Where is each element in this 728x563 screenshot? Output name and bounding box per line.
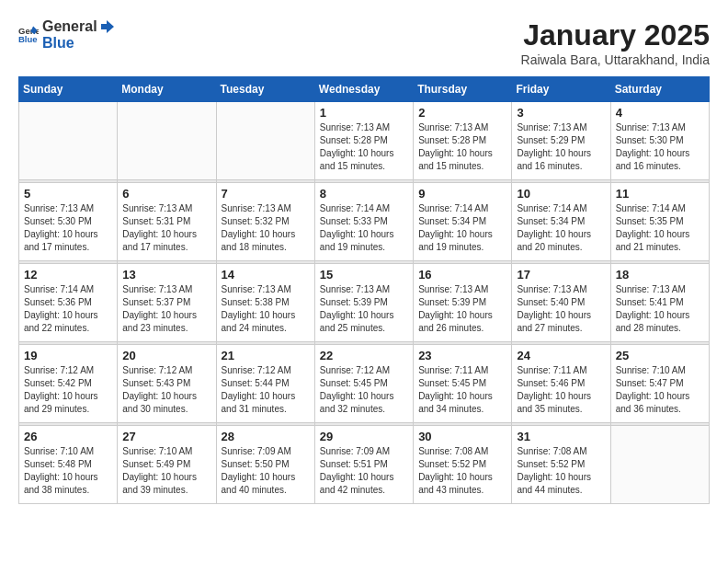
date-27: 27 [122, 430, 210, 443]
cell-info-31: Sunrise: 7:08 AMSunset: 5:52 PMDaylight:… [517, 445, 605, 497]
date-22: 22 [320, 349, 408, 362]
cell-info-1: Sunrise: 7:13 AMSunset: 5:28 PMDaylight:… [320, 121, 408, 173]
date-7: 7 [222, 187, 310, 201]
date-28: 28 [222, 430, 310, 443]
date-18: 18 [616, 268, 704, 282]
cell-w3-d4: 16Sunrise: 7:13 AMSunset: 5:39 PMDayligh… [414, 264, 512, 342]
cell-info-17: Sunrise: 7:13 AMSunset: 5:40 PMDaylight:… [517, 283, 605, 335]
date-12: 12 [24, 268, 112, 282]
cell-w2-d6: 11Sunrise: 7:14 AMSunset: 5:35 PMDayligh… [610, 183, 709, 261]
logo-blue-text: Blue [42, 35, 116, 52]
date-13: 13 [122, 268, 210, 282]
cell-info-25: Sunrise: 7:10 AMSunset: 5:47 PMDaylight:… [616, 364, 704, 416]
date-30: 30 [418, 430, 506, 443]
cell-w5-d2: 28Sunrise: 7:09 AMSunset: 5:50 PMDayligh… [216, 426, 314, 504]
date-31: 31 [517, 430, 605, 443]
cell-info-7: Sunrise: 7:13 AMSunset: 5:32 PMDaylight:… [222, 202, 310, 254]
date-29: 29 [320, 430, 408, 443]
week-row-5: 26Sunrise: 7:10 AMSunset: 5:48 PMDayligh… [19, 426, 710, 504]
cell-w4-d3: 22Sunrise: 7:12 AMSunset: 5:45 PMDayligh… [314, 345, 413, 423]
calendar-title: January 2025 [521, 18, 710, 52]
cell-info-23: Sunrise: 7:11 AMSunset: 5:45 PMDaylight:… [418, 364, 506, 416]
cell-info-14: Sunrise: 7:13 AMSunset: 5:38 PMDaylight:… [222, 283, 310, 335]
date-4: 4 [616, 106, 704, 120]
cell-w5-d1: 27Sunrise: 7:10 AMSunset: 5:49 PMDayligh… [118, 426, 216, 504]
svg-marker-2 [101, 20, 114, 33]
cell-w5-d6 [610, 426, 709, 504]
header-monday: Monday [118, 77, 216, 102]
logo-icon: General Blue [18, 25, 39, 45]
cell-w2-d3: 8Sunrise: 7:14 AMSunset: 5:33 PMDaylight… [314, 183, 413, 261]
cell-info-12: Sunrise: 7:14 AMSunset: 5:36 PMDaylight:… [24, 283, 112, 335]
date-24: 24 [517, 349, 605, 362]
cell-w2-d1: 6Sunrise: 7:13 AMSunset: 5:31 PMDaylight… [118, 183, 216, 261]
cell-w2-d2: 7Sunrise: 7:13 AMSunset: 5:32 PMDaylight… [216, 183, 314, 261]
date-15: 15 [320, 268, 408, 282]
date-2: 2 [418, 106, 506, 120]
date-25: 25 [616, 349, 704, 362]
date-9: 9 [418, 187, 506, 201]
cell-info-8: Sunrise: 7:14 AMSunset: 5:33 PMDaylight:… [320, 202, 408, 254]
date-19: 19 [24, 349, 112, 362]
cell-info-3: Sunrise: 7:13 AMSunset: 5:29 PMDaylight:… [517, 121, 605, 173]
cell-info-21: Sunrise: 7:12 AMSunset: 5:44 PMDaylight:… [222, 364, 310, 416]
cell-w1-d3: 1Sunrise: 7:13 AMSunset: 5:28 PMDaylight… [314, 102, 413, 180]
cell-info-6: Sunrise: 7:13 AMSunset: 5:31 PMDaylight:… [122, 202, 210, 254]
logo-arrow-icon [99, 18, 116, 35]
date-6: 6 [122, 187, 210, 201]
cell-info-29: Sunrise: 7:09 AMSunset: 5:51 PMDaylight:… [320, 445, 408, 497]
week-row-2: 5Sunrise: 7:13 AMSunset: 5:30 PMDaylight… [19, 183, 710, 261]
header-saturday: Saturday [610, 77, 709, 102]
date-5: 5 [24, 187, 112, 201]
cell-w5-d0: 26Sunrise: 7:10 AMSunset: 5:48 PMDayligh… [19, 426, 118, 504]
week-row-4: 19Sunrise: 7:12 AMSunset: 5:42 PMDayligh… [19, 345, 710, 423]
cell-w1-d2 [216, 102, 314, 180]
calendar-table: SundayMondayTuesdayWednesdayThursdayFrid… [18, 76, 710, 504]
header-row: SundayMondayTuesdayWednesdayThursdayFrid… [19, 77, 710, 102]
cell-w1-d0 [19, 102, 118, 180]
header-friday: Friday [512, 77, 610, 102]
cell-w2-d5: 10Sunrise: 7:14 AMSunset: 5:34 PMDayligh… [512, 183, 610, 261]
cell-w4-d0: 19Sunrise: 7:12 AMSunset: 5:42 PMDayligh… [19, 345, 118, 423]
cell-w3-d3: 15Sunrise: 7:13 AMSunset: 5:39 PMDayligh… [314, 264, 413, 342]
cell-info-30: Sunrise: 7:08 AMSunset: 5:52 PMDaylight:… [418, 445, 506, 497]
cell-info-4: Sunrise: 7:13 AMSunset: 5:30 PMDaylight:… [616, 121, 704, 173]
cell-w3-d2: 14Sunrise: 7:13 AMSunset: 5:38 PMDayligh… [216, 264, 314, 342]
cell-w1-d6: 4Sunrise: 7:13 AMSunset: 5:30 PMDaylight… [610, 102, 709, 180]
date-1: 1 [320, 106, 408, 120]
title-section: January 2025 Raiwala Bara, Uttarakhand, … [521, 18, 710, 67]
cell-info-19: Sunrise: 7:12 AMSunset: 5:42 PMDaylight:… [24, 364, 112, 416]
cell-info-22: Sunrise: 7:12 AMSunset: 5:45 PMDaylight:… [320, 364, 408, 416]
header-wednesday: Wednesday [314, 77, 413, 102]
date-16: 16 [418, 268, 506, 282]
cell-info-26: Sunrise: 7:10 AMSunset: 5:48 PMDaylight:… [24, 445, 112, 497]
date-17: 17 [517, 268, 605, 282]
svg-text:Blue: Blue [18, 34, 38, 44]
date-3: 3 [517, 106, 605, 120]
logo: General Blue General Blue [18, 18, 116, 52]
cell-info-16: Sunrise: 7:13 AMSunset: 5:39 PMDaylight:… [418, 283, 506, 335]
cell-w5-d5: 31Sunrise: 7:08 AMSunset: 5:52 PMDayligh… [512, 426, 610, 504]
cell-w3-d6: 18Sunrise: 7:13 AMSunset: 5:41 PMDayligh… [610, 264, 709, 342]
header-thursday: Thursday [414, 77, 512, 102]
date-21: 21 [222, 349, 310, 362]
cell-w4-d6: 25Sunrise: 7:10 AMSunset: 5:47 PMDayligh… [610, 345, 709, 423]
date-20: 20 [122, 349, 210, 362]
cell-w1-d5: 3Sunrise: 7:13 AMSunset: 5:29 PMDaylight… [512, 102, 610, 180]
date-26: 26 [24, 430, 112, 443]
cell-info-11: Sunrise: 7:14 AMSunset: 5:35 PMDaylight:… [616, 202, 704, 254]
date-23: 23 [418, 349, 506, 362]
date-8: 8 [320, 187, 408, 201]
logo-general-text: General [42, 18, 97, 35]
cell-w3-d5: 17Sunrise: 7:13 AMSunset: 5:40 PMDayligh… [512, 264, 610, 342]
cell-info-27: Sunrise: 7:10 AMSunset: 5:49 PMDaylight:… [122, 445, 210, 497]
week-row-3: 12Sunrise: 7:14 AMSunset: 5:36 PMDayligh… [19, 264, 710, 342]
cell-w3-d1: 13Sunrise: 7:13 AMSunset: 5:37 PMDayligh… [118, 264, 216, 342]
cell-w2-d4: 9Sunrise: 7:14 AMSunset: 5:34 PMDaylight… [414, 183, 512, 261]
cell-w4-d5: 24Sunrise: 7:11 AMSunset: 5:46 PMDayligh… [512, 345, 610, 423]
cell-info-18: Sunrise: 7:13 AMSunset: 5:41 PMDaylight:… [616, 283, 704, 335]
cell-info-20: Sunrise: 7:12 AMSunset: 5:43 PMDaylight:… [122, 364, 210, 416]
date-10: 10 [517, 187, 605, 201]
week-row-1: 1Sunrise: 7:13 AMSunset: 5:28 PMDaylight… [19, 102, 710, 180]
cell-w5-d3: 29Sunrise: 7:09 AMSunset: 5:51 PMDayligh… [314, 426, 413, 504]
